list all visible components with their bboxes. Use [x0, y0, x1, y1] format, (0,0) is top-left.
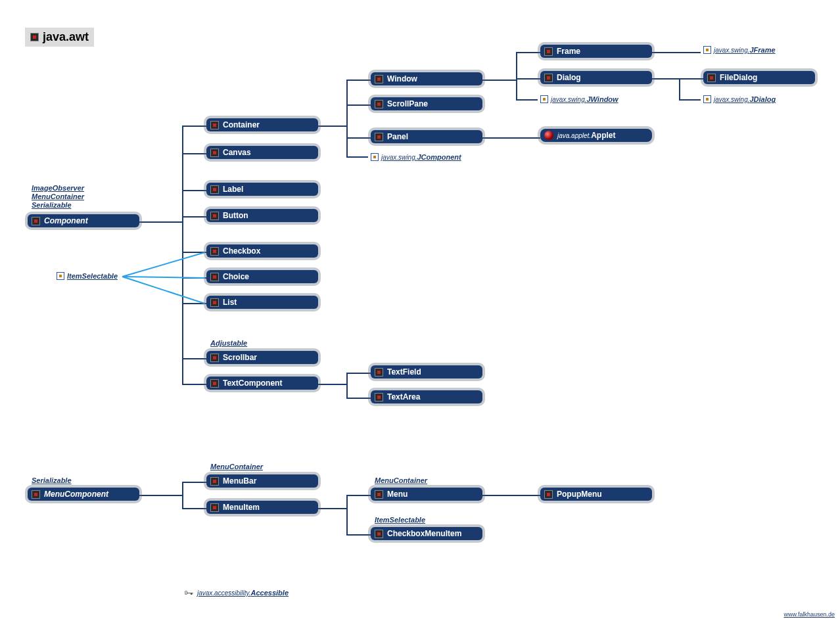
external-ref-jcomponent[interactable]: javax.swing.JComponent — [371, 153, 461, 161]
external-ref-jframe[interactable]: javax.swing.JFrame — [703, 46, 776, 54]
class-label: MenuBar — [223, 476, 256, 486]
applet-label: java.applet.Applet — [557, 131, 616, 140]
footer-link[interactable]: www.falkhausen.de — [783, 611, 835, 618]
class-icon — [210, 247, 219, 256]
class-icon — [210, 149, 219, 157]
class-icon — [544, 47, 553, 56]
class-icon — [375, 100, 383, 108]
class-label: MenuItem — [223, 503, 260, 512]
class-icon — [375, 368, 383, 377]
accessible-label: javax.accessibility.Accessible — [197, 589, 289, 597]
interface-label-componentIfaces[interactable]: ImageObserverMenuContainerSerializable — [32, 184, 84, 210]
class-icon — [375, 133, 383, 141]
class-icon — [210, 273, 219, 281]
class-label: MenuComponent — [44, 490, 108, 499]
interface-label-serializable[interactable]: Serializable — [32, 476, 72, 485]
class-label: Canvas — [223, 148, 251, 157]
class-label: Container — [223, 120, 260, 129]
class-node-choice[interactable]: Choice — [206, 270, 318, 283]
ref-label: javax.swing.JDialog — [714, 95, 776, 103]
class-icon — [210, 379, 219, 388]
class-icon — [32, 490, 40, 499]
class-node-filedialog[interactable]: FileDialog — [703, 71, 815, 84]
ref-icon — [703, 95, 711, 103]
class-icon — [375, 530, 383, 538]
class-node-component[interactable]: Component — [28, 214, 139, 227]
class-icon — [210, 212, 219, 220]
ref-icon — [371, 153, 379, 161]
class-node-frame[interactable]: Frame — [540, 45, 652, 58]
ref-label: javax.swing.JComponent — [381, 153, 461, 161]
class-label: TextComponent — [223, 378, 282, 388]
class-node-container[interactable]: Container — [206, 118, 318, 131]
class-node-canvas[interactable]: Canvas — [206, 146, 318, 159]
class-icon — [210, 121, 219, 129]
class-node-menu[interactable]: Menu — [371, 488, 482, 501]
class-icon — [375, 393, 383, 401]
interface-label-menucontainer2[interactable]: MenuContainer — [375, 476, 427, 485]
class-icon — [210, 503, 219, 512]
class-node-window[interactable]: Window — [371, 72, 482, 85]
class-icon — [32, 217, 40, 225]
interface-label-adjustable[interactable]: Adjustable — [210, 339, 247, 348]
class-icon — [707, 74, 716, 82]
class-node-menubar[interactable]: MenuBar — [206, 474, 318, 488]
class-node-menuitem[interactable]: MenuItem — [206, 501, 318, 514]
accessible-reference[interactable]: 🗝 javax.accessibility.Accessible — [184, 587, 289, 598]
package-title: java.awt — [25, 28, 94, 47]
class-label: CheckboxMenuItem — [387, 529, 461, 538]
class-node-scrollpane[interactable]: ScrollPane — [371, 97, 482, 110]
class-label: TextArea — [387, 392, 420, 401]
class-node-checkbox[interactable]: Checkbox — [206, 244, 318, 258]
class-label: Dialog — [557, 73, 581, 82]
class-node-dialog[interactable]: Dialog — [540, 71, 652, 84]
class-node-menucomponent[interactable]: MenuComponent — [28, 488, 139, 501]
class-node-textarea[interactable]: TextArea — [371, 390, 482, 403]
class-label: Scrollbar — [223, 353, 257, 362]
class-label: TextField — [387, 367, 421, 377]
class-icon — [30, 33, 39, 41]
applet-icon — [544, 131, 553, 140]
class-node-checkboxmenuitem[interactable]: CheckboxMenuItem — [371, 527, 482, 540]
class-icon — [210, 477, 219, 486]
diagram-canvas: java.awt ComponentContainerCanvasLabelBu… — [0, 0, 840, 619]
external-ref-jdialog[interactable]: javax.swing.JDialog — [703, 95, 776, 103]
interface-label-menucontainer[interactable]: MenuContainer — [210, 463, 263, 471]
class-label: Label — [223, 185, 243, 194]
class-label: List — [223, 298, 237, 307]
class-node-list[interactable]: List — [206, 296, 318, 309]
class-node-textfield[interactable]: TextField — [371, 365, 482, 378]
key-icon: 🗝 — [184, 587, 193, 598]
interface-label-itemselectable2[interactable]: ItemSelectable — [375, 516, 425, 524]
applet-node[interactable]: java.applet.Applet — [540, 129, 652, 142]
class-label: Choice — [223, 272, 249, 281]
class-node-popupmenu[interactable]: PopupMenu — [540, 488, 652, 501]
external-ref-itemselectable[interactable]: ItemSelectable — [57, 272, 118, 280]
ref-icon — [57, 272, 64, 280]
class-label: Component — [44, 216, 88, 225]
ref-icon — [703, 46, 711, 54]
class-node-scrollbar[interactable]: Scrollbar — [206, 351, 318, 364]
class-label: FileDialog — [720, 73, 757, 82]
title-label: java.awt — [43, 30, 89, 44]
class-label: PopupMenu — [557, 490, 602, 499]
class-node-textcomponent[interactable]: TextComponent — [206, 377, 318, 390]
class-node-button[interactable]: Button — [206, 209, 318, 222]
class-label: Button — [223, 211, 248, 220]
class-label: Panel — [387, 132, 408, 141]
class-icon — [210, 185, 219, 194]
ref-icon — [540, 95, 548, 103]
class-label: ScrollPane — [387, 99, 428, 108]
class-icon — [375, 75, 383, 83]
class-icon — [544, 490, 553, 499]
ref-label: ItemSelectable — [67, 272, 118, 280]
class-node-panel[interactable]: Panel — [371, 130, 482, 143]
class-icon — [210, 298, 219, 307]
class-icon — [210, 354, 219, 362]
class-icon — [375, 490, 383, 499]
class-label: Frame — [557, 47, 580, 56]
ref-label: javax.swing.JFrame — [714, 46, 776, 54]
class-label: Checkbox — [223, 246, 260, 256]
external-ref-jwindow[interactable]: javax.swing.JWindow — [540, 95, 618, 103]
class-node-label[interactable]: Label — [206, 183, 318, 196]
